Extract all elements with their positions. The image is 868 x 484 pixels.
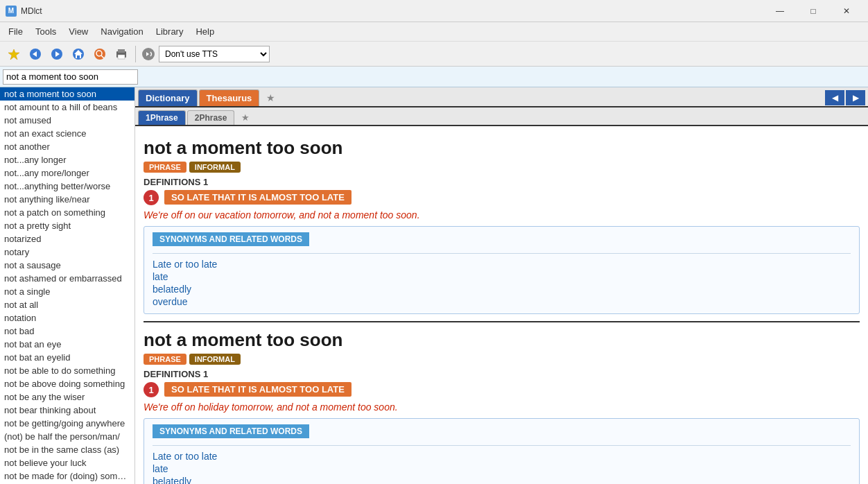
entry-1-synonyms-box: SYNONYMS AND RELATED WORDS Late or too l… — [144, 226, 860, 314]
entry-2-defs-label: DEFINITIONS 1 — [144, 369, 860, 379]
home-button[interactable] — [69, 44, 88, 64]
entry-2-synonyms-header: SYNONYMS AND RELATED WORDS — [153, 424, 309, 438]
word-item[interactable]: not amount to a hill of beans — [0, 101, 134, 114]
word-item[interactable]: not a pretty sight — [0, 219, 134, 232]
forward-button[interactable] — [47, 44, 67, 64]
entry-2-synonyms-box: SYNONYMS AND RELATED WORDS Late or too l… — [144, 418, 860, 484]
word-item[interactable]: not...anything better/worse — [0, 180, 134, 193]
synonym-item[interactable]: late — [153, 463, 851, 475]
synonym-item[interactable]: Late or too late — [153, 258, 851, 270]
svg-marker-0 — [8, 49, 19, 60]
synonym-item[interactable]: belatedly — [153, 283, 851, 295]
tab-thesaurus[interactable]: Thesaurus — [199, 89, 260, 106]
word-item[interactable]: not be in the same class (as) — [0, 443, 134, 456]
word-item[interactable]: not be able to do something — [0, 364, 134, 377]
entry-2-title: not a moment too soon — [144, 329, 860, 351]
word-item[interactable]: not a moment too soon — [0, 87, 134, 101]
word-item[interactable]: not bat an eyelid — [0, 351, 134, 364]
nav-forward-button[interactable]: ▶ — [846, 90, 865, 105]
word-item[interactable]: not be getting/going anywhere — [0, 417, 134, 430]
word-item[interactable]: not a sausage — [0, 259, 134, 272]
word-item[interactable]: notarized — [0, 232, 134, 245]
informal-badge-2: INFORMAL — [189, 354, 241, 365]
app-icon: M — [6, 6, 17, 17]
entry-2-synonyms-list: Late or too latelatebelatedlyoverdue — [153, 450, 851, 484]
word-item[interactable]: not be made for (doing) something — [0, 469, 134, 483]
close-button[interactable]: ✕ — [831, 0, 862, 22]
dict-tabs: Dictionary Thesaurus ★ ◀ ▶ — [135, 87, 868, 107]
right-panel: Dictionary Thesaurus ★ ◀ ▶ 1Phrase 2Phra… — [135, 87, 868, 484]
left-panel: not a moment too soonnot amount to a hil… — [0, 87, 135, 484]
search-input[interactable] — [3, 69, 138, 85]
word-item[interactable]: not another — [0, 140, 134, 153]
tts-selector[interactable]: Don't use TTS — [159, 46, 270, 62]
word-item[interactable]: not an exact science — [0, 127, 134, 140]
synonym-item[interactable]: overdue — [153, 295, 851, 308]
synonym-item[interactable]: Late or too late — [153, 450, 851, 463]
word-list-container: not a moment too soonnot amount to a hil… — [0, 87, 134, 484]
menu-item-tools[interactable]: Tools — [30, 24, 62, 40]
tab-phrase1[interactable]: 1Phrase — [138, 110, 186, 125]
titlebar: M MDlct — □ ✕ — [0, 0, 868, 22]
def-text-1: SO LATE THAT IT IS ALMOST TOO LATE — [164, 190, 351, 205]
tab-dictionary[interactable]: Dictionary — [138, 89, 198, 106]
back-button[interactable] — [26, 44, 45, 64]
search-button[interactable] — [90, 44, 110, 64]
entry-2-example: We're off on holiday tomorrow, and not a… — [144, 401, 860, 413]
def-number-2: 1 — [144, 382, 159, 397]
print-button[interactable] — [112, 44, 131, 64]
word-item[interactable]: not at all — [0, 298, 134, 311]
word-item[interactable]: notation — [0, 311, 134, 325]
word-item[interactable]: not ashamed or embarrassed — [0, 272, 134, 285]
searchbar — [0, 67, 868, 87]
word-item[interactable]: not bat an eye — [0, 338, 134, 351]
word-item[interactable]: not a patch on something — [0, 206, 134, 219]
synonym-item[interactable]: late — [153, 270, 851, 283]
entry-1-synonyms-header: SYNONYMS AND RELATED WORDS — [153, 232, 309, 246]
toolbar: Don't use TTS — [0, 42, 868, 67]
word-item[interactable]: not be above doing something — [0, 377, 134, 390]
entry-2-def-row: 1 SO LATE THAT IT IS ALMOST TOO LATE — [144, 382, 860, 397]
entry-1-example: We're off on our vacation tomorrow, and … — [144, 209, 860, 221]
entry-1-synonyms-list: Late or too latelatebelatedlyoverdue — [153, 258, 851, 308]
word-item[interactable]: not believe your luck — [0, 456, 134, 469]
word-item[interactable]: not be any the wiser — [0, 390, 134, 404]
menu-item-view[interactable]: View — [63, 24, 94, 40]
word-list: not a moment too soonnot amount to a hil… — [0, 87, 134, 484]
maximize-button[interactable]: □ — [797, 0, 829, 22]
menu-item-library[interactable]: Library — [150, 24, 189, 40]
informal-badge-1: INFORMAL — [189, 162, 241, 173]
main-area: not a moment too soonnot amount to a hil… — [0, 87, 868, 484]
favorites-button[interactable] — [4, 44, 24, 64]
svg-rect-11 — [118, 49, 125, 53]
word-item[interactable]: (not) be half the person/man/ — [0, 430, 134, 443]
phrase-badge-1: PHRASE — [144, 162, 186, 173]
synonym-item[interactable]: belatedly — [153, 475, 851, 484]
tts-dropdown[interactable]: Don't use TTS — [159, 46, 270, 62]
word-item[interactable]: not...any longer — [0, 153, 134, 166]
tab-star-icon[interactable]: ★ — [261, 89, 281, 106]
phrase-tabs: 1Phrase 2Phrase ★ — [135, 107, 868, 126]
entry-divider — [144, 321, 860, 322]
tab-phrase2[interactable]: 2Phrase — [187, 110, 235, 125]
word-item[interactable]: not amused — [0, 114, 134, 127]
menu-item-file[interactable]: File — [3, 24, 28, 40]
word-item[interactable]: not a single — [0, 285, 134, 298]
nav-back-button[interactable]: ◀ — [825, 90, 844, 105]
minimize-button[interactable]: — — [764, 0, 796, 22]
word-item[interactable]: not...any more/longer — [0, 166, 134, 180]
entry-1: not a moment too soon PHRASE INFORMAL DE… — [144, 137, 860, 314]
app-title: MDlct — [21, 6, 42, 16]
menu-item-help[interactable]: Help — [190, 24, 220, 40]
def-number-1: 1 — [144, 190, 159, 205]
word-item[interactable]: not anything like/near — [0, 193, 134, 206]
entry-2: not a moment too soon PHRASE INFORMAL DE… — [144, 329, 860, 484]
content-area[interactable]: not a moment too soon PHRASE INFORMAL DE… — [135, 126, 868, 484]
def-text-2: SO LATE THAT IT IS ALMOST TOO LATE — [164, 382, 351, 397]
entry-1-badges: PHRASE INFORMAL — [144, 162, 860, 173]
word-item[interactable]: not bear thinking about — [0, 404, 134, 417]
phrase-star-icon[interactable]: ★ — [236, 110, 255, 125]
word-item[interactable]: notary — [0, 245, 134, 259]
word-item[interactable]: not bad — [0, 325, 134, 338]
menu-item-navigation[interactable]: Navigation — [95, 24, 148, 40]
